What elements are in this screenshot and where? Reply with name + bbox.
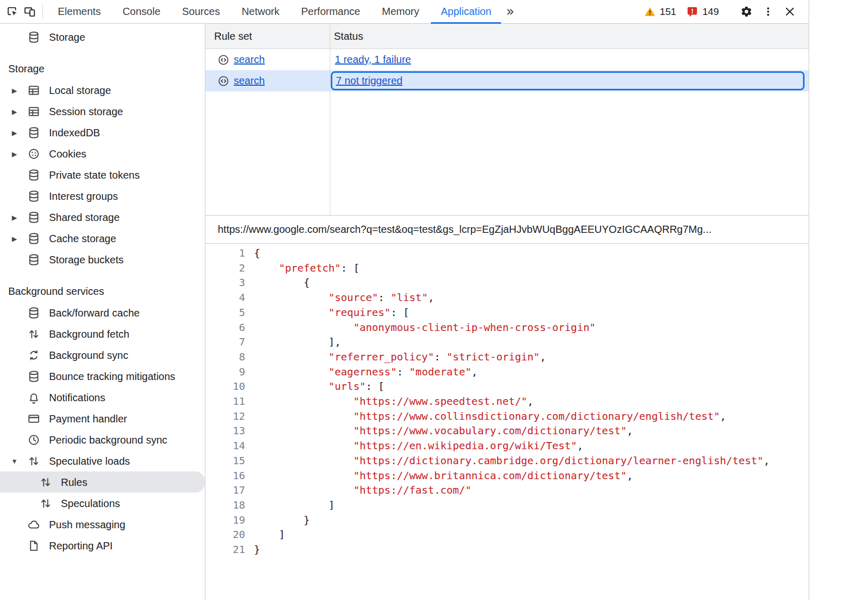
- sidebar-item-storage-buckets[interactable]: Storage buckets: [0, 249, 205, 270]
- more-tabs-icon[interactable]: [502, 3, 518, 21]
- table-row[interactable]: search1 ready, 1 failure: [205, 49, 809, 70]
- sidebar-item-push-messaging[interactable]: Push messaging: [0, 514, 205, 535]
- tab-application[interactable]: Application: [430, 0, 502, 23]
- sidebar-item-cache-storage[interactable]: ▶Cache storage: [0, 228, 205, 249]
- code-line: 10 "urls": [: [205, 379, 809, 394]
- device-toolbar-icon[interactable]: [21, 3, 38, 21]
- status-cell[interactable]: 7 not triggered: [330, 70, 809, 91]
- warning-icon: [644, 6, 656, 18]
- sync-icon: [27, 349, 40, 361]
- sidebar-item-label: Cache storage: [49, 232, 116, 244]
- chevron-right-icon[interactable]: ▶: [10, 150, 19, 157]
- close-icon[interactable]: [781, 3, 798, 21]
- code-text: "https://fast.com/": [245, 483, 471, 498]
- code-line: 14 "https://en.wikipedia.org/wiki/Test",: [205, 438, 809, 453]
- sidebar-item-periodic-background-sync[interactable]: Periodic background sync: [0, 429, 205, 450]
- sidebar-item-label: Interest groups: [49, 190, 118, 202]
- warnings-count-label: 151: [660, 6, 677, 18]
- rule-set-cell[interactable]: search: [205, 70, 330, 91]
- warnings-counter[interactable]: 151: [641, 6, 680, 18]
- code-line: 1{: [205, 246, 809, 261]
- code-text: {: [245, 246, 260, 261]
- chevron-right-icon[interactable]: ▶: [10, 86, 19, 94]
- line-number: 17: [205, 483, 245, 498]
- code-text: "https://www.collinsdictionary.com/dicti…: [245, 409, 726, 424]
- table-icon: [27, 105, 40, 118]
- table-row[interactable]: search7 not triggered: [205, 70, 809, 91]
- sidebar-item-local-storage[interactable]: ▶Local storage: [0, 80, 205, 101]
- tab-memory[interactable]: Memory: [371, 0, 430, 23]
- sidebar-item-rules[interactable]: Rules: [0, 471, 205, 493]
- chevron-right-icon[interactable]: ▶: [10, 129, 19, 136]
- sidebar-item-reporting-api[interactable]: Reporting API: [0, 535, 205, 556]
- code-line: 6 "anonymous-client-ip-when-cross-origin…: [205, 320, 809, 335]
- sidebar-item-label: Speculations: [61, 497, 120, 509]
- issues-counter[interactable]: 149: [683, 6, 722, 18]
- tab-sources[interactable]: Sources: [171, 0, 231, 23]
- sidebar-item-label: Bounce tracking mitigations: [49, 370, 175, 382]
- sidebar-item-notifications[interactable]: Notifications: [0, 387, 205, 408]
- sidebar-item-shared-storage[interactable]: ▶Shared storage: [0, 207, 205, 228]
- line-number: 6: [205, 320, 245, 335]
- sidebar-item-bounce-tracking-mitigations[interactable]: Bounce tracking mitigations: [0, 366, 205, 387]
- sidebar-item-cookies[interactable]: ▶Cookies: [0, 143, 205, 164]
- rule-set-code-viewer[interactable]: 1{2 "prefetch": [3 {4 "source": "list",5…: [205, 244, 809, 600]
- status-link[interactable]: 7 not triggered: [336, 75, 403, 87]
- sidebar-item-storage[interactable]: Storage: [0, 26, 205, 48]
- chevron-right-icon[interactable]: ▶: [10, 107, 19, 115]
- rule-set-link[interactable]: search: [234, 75, 265, 87]
- sidebar-item-label: Local storage: [49, 84, 111, 96]
- column-header-status[interactable]: Status: [330, 30, 809, 42]
- sidebar-item-speculations[interactable]: Speculations: [0, 493, 205, 514]
- rule-set-source-url-bar: https://www.google.com/search?q=test&oq=…: [205, 216, 809, 244]
- code-line: 9 "eagerness": "moderate",: [205, 365, 809, 380]
- sidebar-item-label: Storage buckets: [49, 254, 124, 265]
- code-line: 21}: [205, 542, 809, 557]
- code-text: "anonymous-client-ip-when-cross-origin": [245, 320, 596, 335]
- code-line: 17 "https://fast.com/": [205, 483, 809, 498]
- tab-performance[interactable]: Performance: [291, 0, 372, 23]
- sidebar-item-background-sync[interactable]: Background sync: [0, 344, 205, 366]
- code-text: }: [245, 513, 310, 528]
- sidebar-item-label: Background fetch: [49, 328, 130, 340]
- sidebar-item-label: Storage: [49, 31, 85, 43]
- code-text: {: [245, 275, 310, 290]
- status-cell[interactable]: 1 ready, 1 failure: [330, 49, 809, 70]
- rule-set-link[interactable]: search: [234, 54, 265, 66]
- code-line: 3 {: [205, 275, 809, 290]
- sidebar-item-label: Payment handler: [49, 413, 127, 424]
- sidebar-item-session-storage[interactable]: ▶Session storage: [0, 101, 205, 122]
- chevron-right-icon[interactable]: ▶: [10, 234, 19, 242]
- database-icon: [27, 30, 40, 43]
- kebab-menu-icon[interactable]: [759, 3, 777, 21]
- code-text: ]: [245, 527, 285, 542]
- rule-set-cell[interactable]: search: [205, 49, 330, 70]
- sidebar-item-speculative-loads[interactable]: ▼Speculative loads: [0, 450, 205, 471]
- code-text: ],: [245, 335, 341, 350]
- sidebar-item-interest-groups[interactable]: Interest groups: [0, 185, 205, 207]
- sidebar-item-payment-handler[interactable]: Payment handler: [0, 408, 205, 429]
- updown-arrows-icon: [39, 476, 52, 488]
- code-line: 20 ]: [205, 527, 809, 542]
- status-link[interactable]: 1 ready, 1 failure: [335, 54, 411, 66]
- column-divider: [330, 24, 330, 215]
- tab-console[interactable]: Console: [111, 0, 171, 23]
- code-text: "source": "list",: [245, 290, 434, 305]
- line-number: 5: [205, 305, 245, 320]
- chevron-right-icon[interactable]: ▶: [10, 213, 19, 221]
- chevron-down-icon[interactable]: ▼: [10, 457, 19, 465]
- settings-gear-icon[interactable]: [737, 3, 755, 21]
- updown-arrows-icon: [39, 497, 52, 510]
- tab-network[interactable]: Network: [231, 0, 290, 23]
- inspect-element-icon[interactable]: [3, 3, 21, 21]
- line-number: 16: [205, 468, 245, 483]
- tab-elements[interactable]: Elements: [47, 0, 111, 23]
- sidebar-item-back-forward-cache[interactable]: Back/forward cache: [0, 302, 205, 323]
- sidebar-item-label: Reporting API: [49, 540, 112, 551]
- code-text: "https://en.wikipedia.org/wiki/Test",: [245, 438, 583, 453]
- column-header-rule-set[interactable]: Rule set: [205, 30, 330, 42]
- sidebar-item-private-state-tokens[interactable]: Private state tokens: [0, 164, 205, 185]
- sidebar-item-background-fetch[interactable]: Background fetch: [0, 323, 205, 344]
- sidebar-item-indexeddb[interactable]: ▶IndexedDB: [0, 122, 205, 143]
- status-focus-ring[interactable]: 7 not triggered: [331, 71, 805, 90]
